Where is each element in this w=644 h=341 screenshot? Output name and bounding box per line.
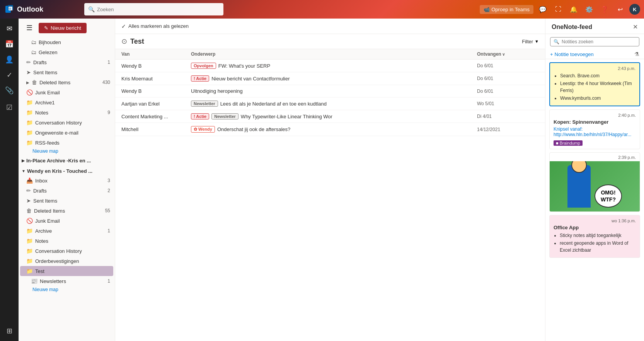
sidebar-item-gelezen[interactable]: 🗂 Gelezen [20,47,113,57]
sort-arrow-icon[interactable]: ∨ [502,52,505,56]
drafts2-icon: ✏ [26,188,31,194]
sidebar-item-orderbevestigingen[interactable]: 📁 Orderbevestigingen [20,256,113,266]
search-input[interactable] [97,7,220,12]
settings-icon-button[interactable]: ⚙️ [583,3,595,15]
sidebar-item-conv-history[interactable]: 📁 Conversation History [20,118,113,128]
tag-wendy: ✿ Wendy [191,126,215,133]
rail-mail-icon[interactable]: ✉ [2,22,16,36]
note-card[interactable]: wo 1:36 p.m. Office App Sticky notes alt… [549,215,640,258]
junk2-icon: 📁 [26,130,33,136]
mark-read-button[interactable]: ✓ Alles markeren als gelezen [121,23,189,29]
folder-label: Drafts [33,60,105,65]
email-sender: Wendy B [121,63,191,69]
close-button[interactable]: ✕ [633,23,638,31]
folder-label: Inbox [35,178,105,184]
hamburger-button[interactable]: ☰ [23,22,36,34]
email-date: Do 6/01 [477,63,539,68]
sidebar-item-archive1[interactable]: 📁 Archive1 [20,97,113,107]
note-card[interactable]: 2:39 p.m. OMG!WTF? [549,152,640,212]
col-ontvangen: Ontvangen ∨ [477,51,539,57]
sidebar-item-bijhouden[interactable]: 🗂 Bijhouden [20,37,113,47]
sidebar-item-junk2[interactable]: 📁 Ongewenste e-mail [20,128,113,138]
speech-bubble: OMG!WTF? [595,184,622,208]
email-list-header: ✓ Alles markeren als gelezen [115,19,545,34]
note-bullet: recent geopende apps in Word of Excel zi… [560,240,636,254]
junk3-icon: 🚫 [26,218,33,224]
email-row[interactable]: Wendy B Opvolgen FW: What's your SERP Do… [115,60,545,72]
note-title: Kopen: Spinnenvanger [554,119,636,125]
folder-count: 3 [107,178,110,183]
email-row[interactable]: Aartjan van Erkel Newsletter Lees dit al… [115,97,545,110]
folder-icon: 🗂 [31,49,36,55]
call-teams-button[interactable]: 📹 Oproep in Teams [480,5,533,14]
sidebar-item-newsletters[interactable]: 📰 Newsletters 1 [20,276,113,286]
email-row[interactable]: Mitchell ✿ Wendy Onderschat jij ook de a… [115,123,545,136]
tag-newsletter: Newsletter [191,101,218,107]
email-row[interactable]: Wendy B Uitnodiging heropening Do 6/01 [115,85,545,97]
chat-icon-button[interactable]: 💬 [537,3,549,15]
folder-label: Gelezen [39,49,110,55]
junk-icon: 🚫 [26,89,33,95]
search-icon: 🔍 [88,6,95,12]
onenote-title: OneNote-feed [552,24,592,31]
rail-todo-icon[interactable]: ☑ [2,101,16,114]
email-sender: Mitchell [121,126,191,132]
search-box[interactable]: 🔍 [84,3,223,15]
email-sender: Content Marketing ... [121,114,191,119]
add-note-button[interactable]: + Notitie toevoegen [550,51,594,57]
note-card[interactable]: 2:43 p.m. Search. Brave.com Leestip: the… [549,62,640,106]
email-row[interactable]: Content Marketing ... ! Actie Newsletter… [115,110,545,123]
email-list: ✓ Alles markeren als gelezen ⊙ Test Filt… [115,19,545,341]
add-note-label: Notitie toevoegen [555,51,594,57]
sidebar-item-junk[interactable]: 🚫 Junk Email [20,87,113,97]
note-image: OMG!WTF? [550,161,640,211]
avatar[interactable]: K [629,4,640,15]
sidebar-item-test[interactable]: 📁 Test [20,266,113,276]
new-map-link2[interactable]: Nieuwe map [19,286,115,293]
rail-people-icon[interactable]: 👤 [2,53,16,66]
email-row[interactable]: Kris Moernaut ! Actie Nieuw bericht van … [115,72,545,85]
folder-count: 1 [107,278,110,284]
sidebar-item-archive2[interactable]: 📁 Archive 1 [20,226,113,236]
folder-icon: 🗂 [31,39,36,45]
sidebar-item-drafts[interactable]: ✏ Drafts 1 [20,57,113,67]
newsletters-icon: 📰 [31,278,37,284]
rail-apps-icon[interactable]: ⊞ [2,324,16,338]
sidebar-item-notes2[interactable]: 📁 Notes [20,236,113,246]
onenote-search-box[interactable]: 🔍 [550,37,639,46]
rail-calendar-icon[interactable]: 📅 [2,37,16,51]
email-sender: Wendy B [121,88,191,94]
sidebar-item-sent[interactable]: ➤ Sent Items [20,67,113,77]
notification-icon-button[interactable]: 🔔 [567,3,580,15]
email-subject: Uitnodiging heropening [191,88,477,94]
sidebar-item-conv2[interactable]: 📁 Conversation History [20,246,113,256]
chevron-down-icon: ▼ [22,169,26,173]
feedback-icon-button[interactable]: ↩ [614,3,626,15]
email-subject: ✿ Wendy Onderschat jij ook de aftersales… [191,126,477,133]
touched-header[interactable]: ▼ Wendy en Kris - Touched ... [19,167,115,176]
new-message-button[interactable]: ✎ Nieuw bericht [39,23,87,33]
in-place-archive-header[interactable]: ▶ In-Place Archive -Kris en ... [19,156,115,165]
rail-tasks-icon[interactable]: ✓ [2,68,16,82]
sidebar-item-notes[interactable]: 📁 Notes 9 [20,107,113,118]
sidebar-item-deleted2[interactable]: 🗑 Deleted Items 55 [20,206,113,216]
email-date: Do 6/01 [477,89,539,94]
expand-icon-button[interactable]: ⛶ [552,3,564,15]
note-card[interactable]: 2:40 p.m. Kopen: Spinnenvanger Knipsel v… [549,109,640,149]
sidebar-item-junk3[interactable]: 🚫 Junk Email [20,216,113,226]
note-time: wo 1:36 p.m. [554,218,636,223]
rail-attach-icon[interactable]: 📎 [2,84,16,97]
onenote-search-input[interactable] [562,39,636,44]
sidebar-item-drafts2[interactable]: ✏ Drafts 2 [20,186,113,196]
sidebar-item-sent2[interactable]: ➤ Sent Items [20,196,113,206]
sidebar-item-rss[interactable]: 📁 RSS-feeds [20,138,113,148]
new-map-link[interactable]: Nieuwe map [19,148,115,155]
notes-filter-button[interactable]: ⚗ [634,51,639,57]
sidebar-item-deleted[interactable]: ▶ 🗑 Deleted Items 430 [20,77,113,87]
sidebar-item-inbox2[interactable]: 📥 Inbox 3 [20,176,113,186]
folder-count: 55 [105,208,110,213]
email-sender: Kris Moernaut [121,76,191,82]
note-time: 2:40 p.m. [554,113,636,118]
notes-icon: 📁 [26,109,33,116]
help-icon-button[interactable]: ❓ [598,3,611,15]
